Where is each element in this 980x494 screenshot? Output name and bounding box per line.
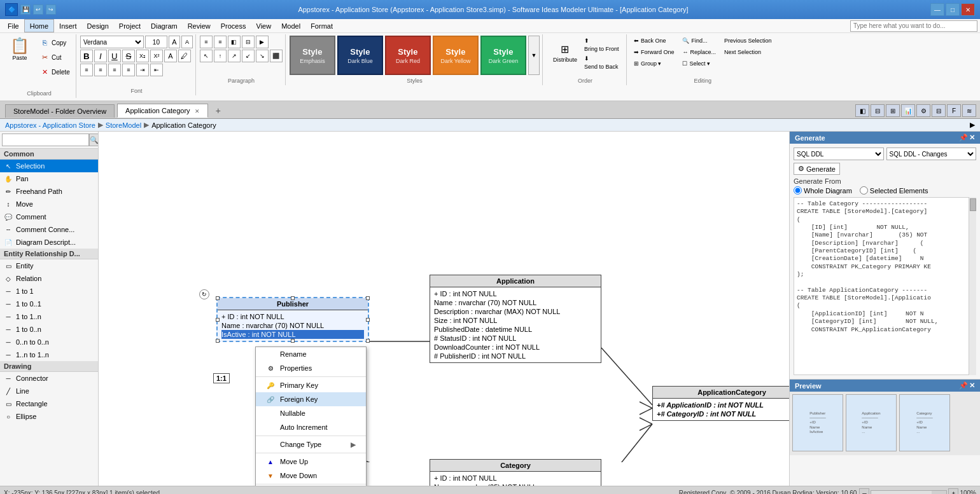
- menu-insert[interactable]: Insert: [54, 19, 82, 32]
- menu-file[interactable]: File: [3, 19, 24, 32]
- ctx-primary-key[interactable]: 🔑 Primary Key: [256, 378, 366, 392]
- ctx-nullable[interactable]: Nullable: [256, 406, 366, 420]
- toolbar-item-connector[interactable]: ─ Connector: [0, 372, 98, 385]
- breadcrumb-right-arrow[interactable]: ▶: [970, 121, 975, 129]
- quick-access-redo[interactable]: ↪: [46, 4, 56, 15]
- panel-close-button[interactable]: ✕: [969, 134, 975, 142]
- toolbar-item-selection[interactable]: ↖ Selection: [0, 160, 98, 172]
- toolbar-item-relation[interactable]: ◇ Relation: [0, 272, 98, 285]
- whole-diagram-radio-label[interactable]: Whole Diagram: [794, 186, 852, 195]
- toolbar-item-comment-connector[interactable]: ╌ Comment Conne...: [0, 223, 98, 236]
- zoom-out-button[interactable]: ─: [859, 488, 869, 495]
- toolbar-item-diagram-desc[interactable]: 📄 Diagram Descript...: [0, 236, 98, 249]
- font-color-button[interactable]: A: [164, 50, 177, 62]
- menu-design[interactable]: Design: [82, 19, 114, 32]
- para-align-bl[interactable]: ↙: [242, 50, 255, 62]
- select-button[interactable]: ☐ Select ▾: [679, 58, 719, 69]
- para-align-r[interactable]: ▶: [256, 36, 269, 48]
- ctx-foreign-key[interactable]: 🔗 Foreign Key: [256, 392, 366, 406]
- outdent-button[interactable]: ⇤: [150, 64, 163, 76]
- bullet-list-button[interactable]: ≡: [200, 36, 213, 48]
- toolbar-item-move[interactable]: ↕ Move: [0, 198, 98, 210]
- font-family-select[interactable]: Verdana: [80, 36, 144, 48]
- distribute-button[interactable]: ⊞ Distribute: [551, 36, 579, 71]
- subscript-button[interactable]: X₂: [136, 50, 149, 62]
- underline-button[interactable]: U: [108, 50, 121, 62]
- para-align-l[interactable]: ◧: [228, 36, 241, 48]
- font-decrease-button[interactable]: A: [181, 36, 193, 48]
- selected-elements-radio-label[interactable]: Selected Elements: [860, 186, 928, 195]
- code-scrollbar-thumb[interactable]: [970, 198, 976, 211]
- toolbar-item-1to0n[interactable]: ─ 1 to 0..n: [0, 323, 98, 336]
- ctx-auto-increment[interactable]: Auto Increment: [256, 420, 366, 434]
- menu-diagram[interactable]: Diagram: [146, 19, 183, 32]
- group-button[interactable]: ⊞ Group ▾: [631, 58, 678, 69]
- appcategory-entity[interactable]: ApplicationCategory +# ApplicationID : i…: [652, 386, 789, 421]
- menu-home[interactable]: Home: [24, 19, 54, 32]
- panel-toggle-3[interactable]: ⊞: [886, 104, 900, 117]
- prev-selection-button[interactable]: Previous Selection: [721, 36, 775, 46]
- styles-more-button[interactable]: ▼: [528, 36, 540, 75]
- font-increase-button[interactable]: A: [169, 36, 180, 48]
- toolbar-item-1to1[interactable]: ─ 1 to 1: [0, 285, 98, 298]
- style-darkblue-button[interactable]: Style Dark Blue: [337, 36, 383, 75]
- breadcrumb-item-2[interactable]: StoreModel: [106, 121, 141, 129]
- toolbar-item-entity[interactable]: ▭ Entity: [0, 259, 98, 272]
- menu-model[interactable]: Model: [276, 19, 305, 32]
- toolbar-item-1to1n[interactable]: ─ 1 to 1..n: [0, 310, 98, 323]
- quick-access-undo[interactable]: ↩: [33, 4, 43, 15]
- ctx-change-type[interactable]: Change Type ▶: [256, 437, 366, 451]
- style-darkred-button[interactable]: Style Dark Red: [385, 36, 431, 75]
- toolbar-item-ellipse[interactable]: ○ Ellipse: [0, 410, 98, 423]
- whole-diagram-radio[interactable]: [794, 186, 802, 195]
- font-size-input[interactable]: [145, 36, 167, 48]
- para-align-c[interactable]: ⊟: [242, 36, 255, 48]
- close-button[interactable]: ✕: [961, 3, 975, 16]
- toolbar-search-input[interactable]: [2, 134, 89, 146]
- justify-button[interactable]: ≡: [122, 64, 135, 76]
- panel-pin-button[interactable]: 📌: [959, 134, 968, 142]
- panel-toggle-1[interactable]: ◧: [855, 104, 869, 117]
- minimize-button[interactable]: —: [930, 3, 944, 16]
- menu-project[interactable]: Project: [114, 19, 146, 32]
- panel-toggle-5[interactable]: ⚙: [916, 104, 930, 117]
- breadcrumb-item-1[interactable]: Appstorex - Application Store: [5, 121, 95, 129]
- ctx-move-up[interactable]: ▲ Move Up: [256, 455, 366, 469]
- ctx-move-down[interactable]: ▼ Move Down: [256, 469, 366, 483]
- code-area[interactable]: -- Table Category ------------------ CRE…: [794, 197, 976, 375]
- toolbar-item-pan[interactable]: ✋ Pan: [0, 172, 98, 185]
- next-selection-button[interactable]: Next Selection: [721, 47, 775, 57]
- replace-button[interactable]: ↔ Replace...: [679, 47, 719, 57]
- maximize-button[interactable]: □: [946, 3, 960, 16]
- preview-close-button[interactable]: ✕: [969, 381, 975, 390]
- sql-ddl-select[interactable]: SQL DDL: [794, 148, 884, 160]
- toolbar-item-0nto0n[interactable]: ─ 0..n to 0..n: [0, 336, 98, 348]
- quick-access-save[interactable]: 💾: [20, 4, 31, 15]
- numbered-list-button[interactable]: ≡: [214, 36, 227, 48]
- add-tab-button[interactable]: +: [211, 103, 226, 118]
- panel-toggle-7[interactable]: F: [947, 104, 961, 117]
- cut-button[interactable]: ✂ Cut: [36, 50, 73, 64]
- style-darkgreen-button[interactable]: Style Dark Green: [480, 36, 526, 75]
- align-right-button[interactable]: ≡: [108, 64, 121, 76]
- toolbar-search-button[interactable]: 🔍: [89, 134, 99, 146]
- align-left-button[interactable]: ≡: [80, 64, 93, 76]
- para-align-last[interactable]: ⬛: [270, 50, 283, 62]
- para-align-tc[interactable]: ↑: [214, 50, 227, 62]
- copy-button[interactable]: ⎘ Copy: [36, 36, 73, 50]
- para-align-br[interactable]: ↘: [256, 50, 269, 62]
- superscript-button[interactable]: X²: [150, 50, 163, 62]
- style-emphasis-button[interactable]: Style Emphasis: [290, 36, 335, 75]
- toolbar-item-1to01[interactable]: ─ 1 to 0..1: [0, 298, 98, 310]
- search-bar[interactable]: [850, 20, 977, 32]
- align-center-button[interactable]: ≡: [94, 64, 107, 76]
- rotate-indicator[interactable]: ↻: [199, 289, 209, 299]
- paste-button[interactable]: 📋 Paste: [5, 36, 34, 62]
- selected-elements-radio[interactable]: [860, 186, 868, 195]
- delete-button[interactable]: ✕ Delete: [36, 65, 73, 79]
- application-entity[interactable]: Application + ID : int NOT NULL Name : n…: [430, 275, 601, 363]
- ctx-properties[interactable]: ⚙ Properties: [256, 361, 366, 375]
- panel-toggle-8[interactable]: ≋: [962, 104, 976, 117]
- toolbar-item-line[interactable]: ╱ Line: [0, 385, 98, 397]
- menu-format[interactable]: Format: [305, 19, 338, 32]
